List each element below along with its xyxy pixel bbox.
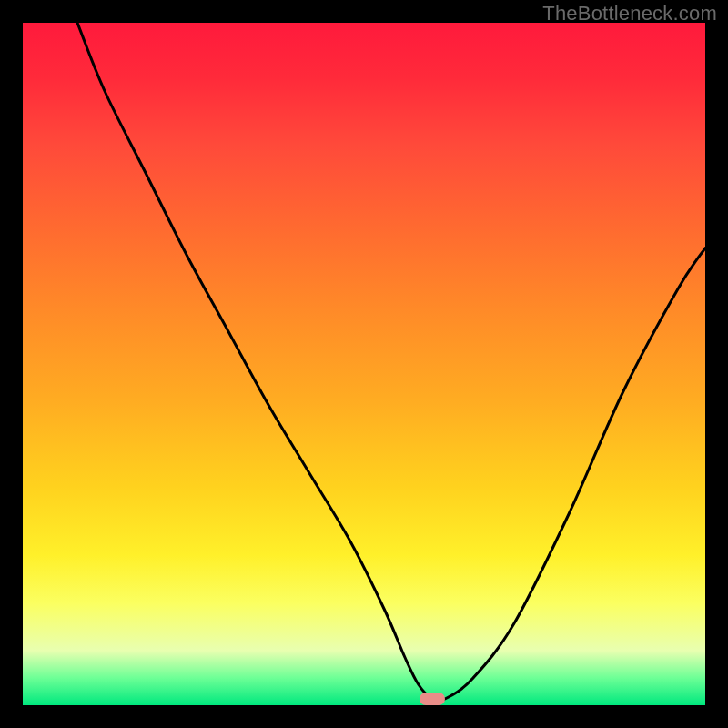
min-marker xyxy=(420,693,445,705)
chart-container: TheBottleneck.com xyxy=(0,0,728,728)
plot-background-gradient xyxy=(23,23,705,705)
watermark-text: TheBottleneck.com xyxy=(542,2,717,25)
